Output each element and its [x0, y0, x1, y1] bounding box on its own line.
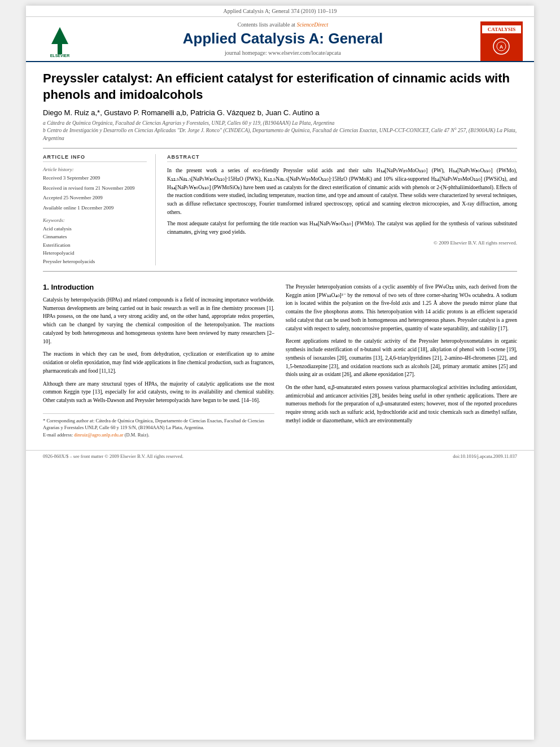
intro-left-col: 1. Introduction Catalysis by heteropolya… — [43, 283, 274, 439]
keyword-4: Heteropolyacid — [43, 249, 147, 257]
section-heading: 1. Introduction — [43, 283, 274, 291]
keywords-label: Keywords: — [43, 217, 147, 223]
page-footer: 0926-860X/$ – see front matter © 2009 El… — [26, 450, 534, 462]
journal-citation-text: Applied Catalysis A; General 374 (2010) … — [224, 8, 337, 14]
svg-text:A: A — [500, 44, 504, 50]
affiliation-a: a Cátedra de Química Orgánica, Facultad … — [43, 120, 517, 127]
divider-2 — [43, 271, 517, 272]
intro-right-col: The Preyssler heteropolyanion consists o… — [286, 283, 517, 439]
header-center: Contents lists available at ScienceDirec… — [91, 21, 475, 59]
intro-right-para-1: The Preyssler heteropolyanion consists o… — [286, 283, 517, 333]
intro-right-para-2: Recent applications related to the catal… — [286, 337, 517, 379]
intro-para-2: The reactions in which they can be used,… — [43, 350, 274, 375]
abstract-p1: In the present work a series of eco-frie… — [167, 167, 517, 216]
intro-para-1: Catalysis by heteropolyacids (HPAs) and … — [43, 296, 274, 346]
footnote-corresponding: * Corresponding author at: Cátedra de Qu… — [43, 417, 274, 432]
elsevier-logo: ELSEVIER — [37, 24, 82, 60]
keyword-3: Esterification — [43, 241, 147, 249]
keyword-1: Acid catalysis — [43, 225, 147, 233]
footnote-email: E-mail address: dinruiz@agro.unlp.edu.ar… — [43, 431, 274, 439]
abstract-p2: The most adequate catalyst for performin… — [167, 220, 517, 236]
affiliations: a Cátedra de Química Orgánica, Facultad … — [43, 120, 517, 142]
footnote-section: * Corresponding author at: Cátedra de Qu… — [43, 413, 274, 439]
keyword-5: Preyssler heteropolyacids — [43, 257, 147, 265]
intro-para-3: Although there are many structural types… — [43, 380, 274, 405]
journal-homepage: journal homepage: www.elsevier.com/locat… — [91, 50, 475, 56]
svg-rect-1 — [58, 44, 62, 54]
copyright: © 2009 Elsevier B.V. All rights reserved… — [167, 240, 517, 246]
keyword-2: Cinnamates — [43, 233, 147, 241]
introduction-section: 1. Introduction Catalysis by heteropolya… — [43, 283, 517, 439]
abstract-col: ABSTRACT In the present work a series of… — [167, 154, 517, 265]
article-info-col: ARTICLE INFO Article history: Received 3… — [43, 154, 156, 265]
journal-citation: Applied Catalysis A; General 374 (2010) … — [26, 6, 534, 17]
article-info-label: ARTICLE INFO — [43, 154, 147, 162]
divider-1 — [43, 148, 517, 148]
accepted-date: Accepted 25 November 2009 — [43, 194, 147, 202]
journal-title: Applied Catalysis A: General — [91, 30, 475, 47]
sciencedirect-link[interactable]: ScienceDirect — [297, 21, 329, 28]
affiliation-b: b Centro de Investigación y Desarrollo e… — [43, 127, 517, 142]
received-date: Received 3 September 2009 — [43, 174, 147, 182]
revised-date: Received in revised form 21 November 200… — [43, 185, 147, 193]
academic-paper-page: Applied Catalysis A; General 374 (2010) … — [26, 6, 534, 740]
journal-header: ELSEVIER Contents lists available at Sci… — [26, 17, 534, 62]
issn-text: 0926-860X/$ – see front matter © 2009 El… — [43, 453, 183, 459]
svg-text:ELSEVIER: ELSEVIER — [50, 54, 70, 58]
abstract-text: In the present work a series of eco-frie… — [167, 167, 517, 237]
info-abstract-section: ARTICLE INFO Article history: Received 3… — [43, 154, 517, 265]
article-title: Preyssler catalyst: An efficient catalys… — [43, 71, 517, 103]
history-label: Article history: — [43, 167, 147, 172]
abstract-label: ABSTRACT — [167, 154, 517, 162]
sciencedirect-line: Contents lists available at ScienceDirec… — [91, 21, 475, 28]
available-date: Available online 1 December 2009 — [43, 204, 147, 212]
doi-text: doi:10.1016/j.apcata.2009.11.037 — [453, 453, 517, 459]
authors-line: Diego M. Ruiz a,*, Gustavo P. Romanelli … — [43, 108, 517, 117]
article-body: Preyssler catalyst: An efficient catalys… — [26, 62, 534, 450]
intro-right-para-3: On the other hand, α,β-unsaturated ester… — [286, 383, 517, 425]
journal-badge: CATALYSIS A — [480, 21, 523, 61]
email-link[interactable]: dinruiz@agro.unlp.edu.ar — [74, 432, 123, 438]
